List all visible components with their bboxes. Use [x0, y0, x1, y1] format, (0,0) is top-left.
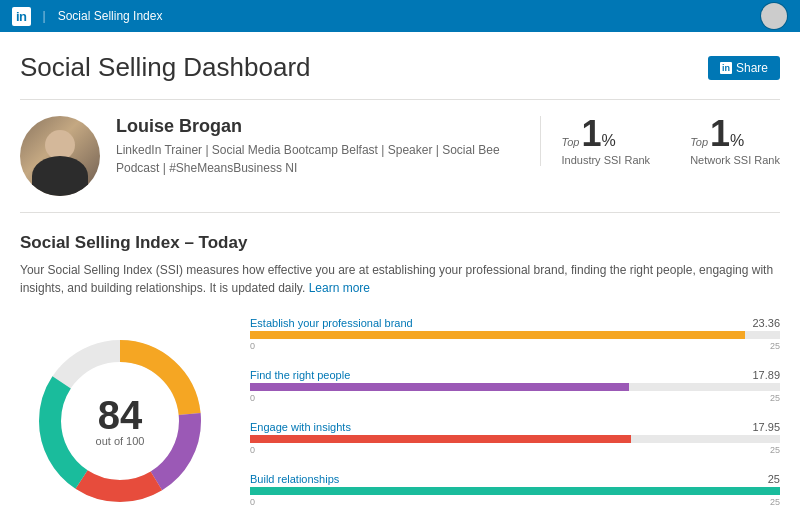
profile-section: Louise Brogan LinkedIn Trainer | Social …: [20, 99, 780, 213]
bar-value: 17.89: [752, 369, 780, 381]
page-header: Social Selling Dashboard in Share: [20, 52, 780, 83]
bar-axis-end: 25: [770, 445, 780, 455]
industry-rank-label: Industry SSI Rank: [561, 154, 650, 166]
bar-axis-end: 25: [770, 341, 780, 351]
main-content: Social Selling Dashboard in Share Louise…: [0, 32, 800, 508]
ssi-today-description: Your Social Selling Index (SSI) measures…: [20, 261, 780, 297]
bar-axis-start: 0: [250, 445, 255, 455]
page-title: Social Selling Dashboard: [20, 52, 311, 83]
bar-header: Establish your professional brand 23.36: [250, 317, 780, 329]
nav-separator: |: [43, 9, 46, 23]
bar-fill: [250, 383, 629, 391]
industry-rank-percent: %: [601, 132, 615, 150]
bar-value: 23.36: [752, 317, 780, 329]
ssi-ranks: Top 1 % Industry SSI Rank Top 1 % Networ…: [540, 116, 780, 166]
ssi-today-section: Social Selling Index – Today Your Social…: [20, 233, 780, 297]
bar-axis-start: 0: [250, 393, 255, 403]
bar-label: Establish your professional brand: [250, 317, 413, 329]
learn-more-link[interactable]: Learn more: [309, 281, 370, 295]
bar-footer: 0 25: [250, 445, 780, 455]
nav-avatar-container[interactable]: [760, 2, 788, 30]
bars-container: Establish your professional brand 23.36 …: [250, 317, 780, 508]
avatar: [20, 116, 100, 196]
bar-fill: [250, 435, 631, 443]
bar-item: Build relationships 25 0 25: [250, 473, 780, 507]
chart-section: 84 out of 100 Establish your professiona…: [20, 317, 780, 508]
bar-label: Build relationships: [250, 473, 339, 485]
donut-chart: 84 out of 100: [20, 321, 220, 508]
bar-value: 17.95: [752, 421, 780, 433]
linkedin-logo-text: in: [12, 7, 31, 26]
profile-name: Louise Brogan: [116, 116, 540, 137]
bar-label: Find the right people: [250, 369, 350, 381]
network-rank-top-label: Top: [690, 136, 708, 148]
bar-header: Engage with insights 17.95: [250, 421, 780, 433]
network-rank-label: Network SSI Rank: [690, 154, 780, 166]
bar-axis-start: 0: [250, 497, 255, 507]
bar-header: Build relationships 25: [250, 473, 780, 485]
bar-footer: 0 25: [250, 497, 780, 507]
bar-fill: [250, 487, 780, 495]
donut-center: 84 out of 100: [96, 395, 145, 447]
bar-footer: 0 25: [250, 341, 780, 351]
bar-value: 25: [768, 473, 780, 485]
bar-item: Find the right people 17.89 0 25: [250, 369, 780, 403]
linkedin-logo[interactable]: in: [12, 7, 31, 26]
share-button-label: Share: [736, 61, 768, 75]
profile-description: LinkedIn Trainer | Social Media Bootcamp…: [116, 141, 540, 177]
industry-rank: Top 1 % Industry SSI Rank: [561, 116, 650, 166]
bar-item: Establish your professional brand 23.36 …: [250, 317, 780, 351]
nav-avatar: [761, 3, 787, 29]
network-rank: Top 1 % Network SSI Rank: [690, 116, 780, 166]
bar-footer: 0 25: [250, 393, 780, 403]
ssi-today-title: Social Selling Index – Today: [20, 233, 780, 253]
industry-rank-number: 1: [581, 116, 601, 152]
bar-axis-end: 25: [770, 497, 780, 507]
network-rank-percent: %: [730, 132, 744, 150]
bar-label: Engage with insights: [250, 421, 351, 433]
donut-score: 84: [96, 395, 145, 435]
donut-label: out of 100: [96, 435, 145, 447]
bar-fill: [250, 331, 745, 339]
share-button[interactable]: in Share: [708, 56, 780, 80]
network-rank-number: 1: [710, 116, 730, 152]
bar-header: Find the right people 17.89: [250, 369, 780, 381]
nav-bar: in | Social Selling Index: [0, 0, 800, 32]
bar-axis-start: 0: [250, 341, 255, 351]
bar-item: Engage with insights 17.95 0 25: [250, 421, 780, 455]
bar-track: [250, 331, 780, 339]
share-in-icon: in: [720, 62, 732, 74]
nav-title: Social Selling Index: [58, 9, 163, 23]
industry-rank-top-label: Top: [561, 136, 579, 148]
bar-track: [250, 383, 780, 391]
bar-track: [250, 435, 780, 443]
profile-info: Louise Brogan LinkedIn Trainer | Social …: [116, 116, 540, 177]
bar-axis-end: 25: [770, 393, 780, 403]
bar-track: [250, 487, 780, 495]
